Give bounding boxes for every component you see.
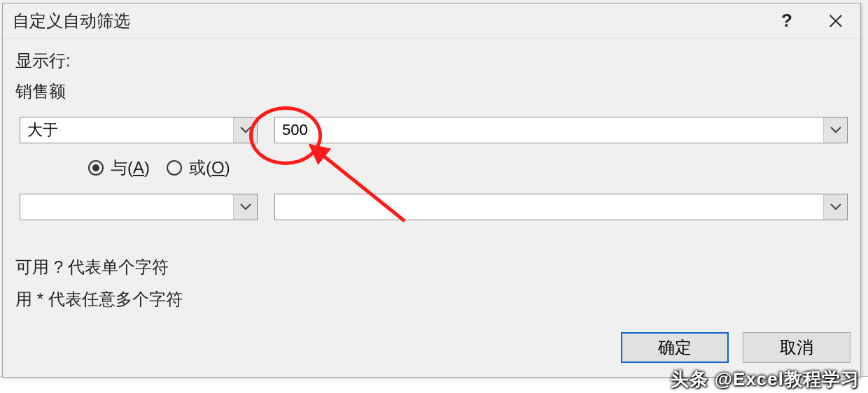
- column-label: 销售额: [15, 80, 848, 103]
- and-radio-label: 与(A): [111, 157, 150, 179]
- close-icon: [828, 13, 844, 29]
- chevron-down-icon: [240, 127, 251, 134]
- hint-question-mark: 可用 ? 代表单个字符: [15, 251, 848, 283]
- value-2-combobox[interactable]: [274, 194, 848, 220]
- chevron-down-icon: [830, 127, 841, 134]
- titlebar: 自定义自动筛选 ?: [3, 3, 860, 38]
- radio-icon: [88, 160, 104, 176]
- operator-1-input[interactable]: [20, 117, 233, 143]
- value-1-combobox[interactable]: [274, 117, 848, 143]
- dialog-body: 显示行: 销售额 与(A) 或(O): [3, 38, 860, 318]
- or-radio-label: 或(O): [189, 157, 230, 179]
- value-2-input[interactable]: [275, 194, 823, 220]
- or-radio[interactable]: 或(O): [167, 157, 230, 179]
- value-1-dropdown-button[interactable]: [823, 117, 847, 143]
- show-rows-label: 显示行:: [15, 50, 848, 72]
- operator-1-dropdown-button[interactable]: [233, 117, 257, 143]
- dialog-title: 自定义自动筛选: [13, 10, 130, 32]
- hint-text: 可用 ? 代表单个字符 用 * 代表任意多个字符: [15, 251, 848, 315]
- operator-2-combobox[interactable]: [20, 194, 258, 220]
- close-button[interactable]: [811, 4, 860, 38]
- logic-radio-group: 与(A) 或(O): [15, 153, 848, 183]
- ok-button-label: 确定: [658, 336, 692, 359]
- ok-button[interactable]: 确定: [621, 332, 729, 363]
- help-button[interactable]: ?: [762, 4, 811, 38]
- value-1-input[interactable]: [275, 117, 823, 143]
- chevron-down-icon: [240, 203, 251, 210]
- and-radio[interactable]: 与(A): [88, 157, 150, 179]
- cancel-button-label: 取消: [780, 336, 813, 359]
- cancel-button[interactable]: 取消: [743, 332, 850, 363]
- custom-autofilter-dialog: 自定义自动筛选 ? 显示行: 销售额: [2, 3, 861, 378]
- value-2-dropdown-button[interactable]: [823, 194, 847, 220]
- help-icon: ?: [781, 10, 792, 31]
- radio-icon: [167, 160, 182, 176]
- operator-2-input[interactable]: [20, 194, 233, 220]
- hint-asterisk: 用 * 代表任意多个字符: [15, 283, 848, 315]
- watermark-text: 头条 @Excel教程学习: [671, 367, 860, 392]
- criteria-row-2: [15, 194, 848, 220]
- criteria-row-1: [15, 117, 848, 143]
- chevron-down-icon: [830, 203, 841, 210]
- operator-2-dropdown-button[interactable]: [233, 194, 257, 220]
- operator-1-combobox[interactable]: [20, 117, 258, 143]
